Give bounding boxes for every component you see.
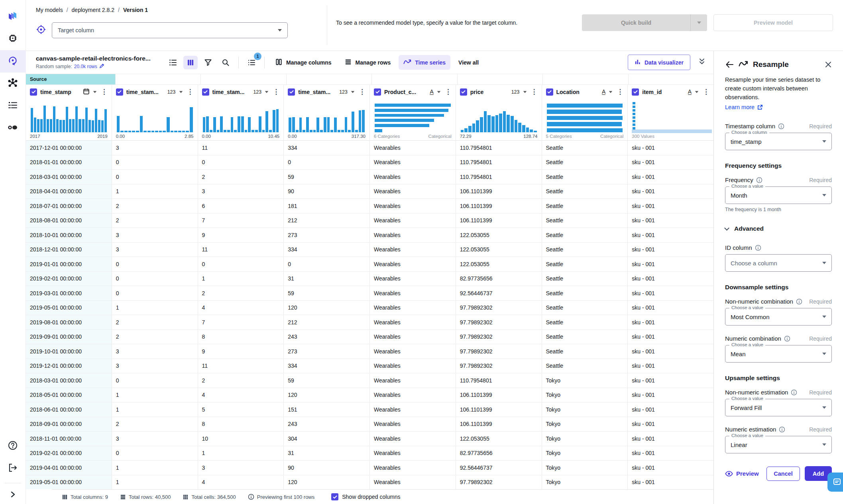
column-menu-icon[interactable]: ⋮ <box>616 88 624 95</box>
sidebar-item-automations[interactable] <box>0 73 26 95</box>
dropdown-id-column[interactable]: Choose a column <box>725 254 832 272</box>
breadcrumb-version: Version 1 <box>123 7 148 13</box>
chevron-down-icon[interactable] <box>523 91 527 93</box>
column-checkbox[interactable] <box>374 88 381 96</box>
info-icon[interactable] <box>784 335 790 342</box>
app-logo[interactable] <box>0 6 26 28</box>
info-icon[interactable] <box>791 389 797 396</box>
chat-widget-button[interactable] <box>827 473 843 492</box>
column-menu-icon[interactable]: ⋮ <box>702 88 710 95</box>
time-series-button[interactable]: Time series <box>399 55 450 70</box>
search-icon[interactable] <box>218 56 233 69</box>
info-icon[interactable] <box>778 123 784 129</box>
strip-cell <box>543 74 629 84</box>
column-checkbox[interactable] <box>632 88 639 96</box>
table-cell: Wearables <box>370 286 456 300</box>
recipe-steps-icon[interactable]: 1 <box>244 56 259 69</box>
chevron-down-icon[interactable] <box>695 91 699 93</box>
table-cell: Wearables <box>370 446 456 461</box>
column-menu-icon[interactable]: ⋮ <box>444 88 452 95</box>
column-menu-icon[interactable]: ⋮ <box>272 88 280 95</box>
column-checkbox[interactable] <box>30 88 37 96</box>
info-icon[interactable] <box>779 426 785 433</box>
column-menu-icon[interactable]: ⋮ <box>100 88 108 95</box>
sidebar-item-generative-ai[interactable] <box>0 50 26 73</box>
dropdown-numeric-combination[interactable]: Choose a valueMean <box>725 345 832 363</box>
table-cell: 2 <box>198 170 284 184</box>
target-column-select[interactable]: Target column <box>52 22 288 38</box>
sidebar-expand-button[interactable] <box>0 486 26 504</box>
dropdown-non-numeric-estimation[interactable]: Choose a valueForward Fill <box>725 399 832 416</box>
info-icon[interactable] <box>755 245 761 251</box>
manage-rows-button[interactable]: Manage rows <box>340 55 396 70</box>
back-arrow-icon[interactable] <box>725 61 734 69</box>
dropdown-frequency[interactable]: Choose a valueMonth <box>725 186 832 204</box>
data-visualizer-button[interactable]: Data visualizer <box>628 55 690 70</box>
column-header-time-stam-[interactable]: time_stam...123⋮ <box>284 85 370 99</box>
filter-icon[interactable] <box>201 56 215 69</box>
table-cell: Tokyo <box>542 431 628 446</box>
sidebar-item-signout[interactable] <box>0 457 26 480</box>
sidebar-item-visuals[interactable] <box>0 117 26 139</box>
dropdown-numeric-estimation[interactable]: Choose a valueLinear <box>725 436 832 453</box>
row-view-icon[interactable] <box>166 56 180 69</box>
show-dropped-columns-checkbox[interactable]: Show dropped columns <box>331 493 400 500</box>
close-icon[interactable] <box>825 61 832 68</box>
sidebar-item-help[interactable] <box>0 435 26 457</box>
column-checkbox[interactable] <box>116 88 123 96</box>
table-cell: Seattle <box>542 170 628 184</box>
preview-model-button[interactable]: Preview model <box>713 14 833 31</box>
table-cell: Wearables <box>370 301 456 315</box>
table-cell: sku - 001 <box>628 402 713 417</box>
chevron-down-icon[interactable] <box>265 91 269 93</box>
column-checkbox[interactable] <box>288 88 295 96</box>
breadcrumb-my-models[interactable]: My models <box>36 7 63 13</box>
cancel-button[interactable]: Cancel <box>766 467 800 481</box>
view-all-button[interactable]: View all <box>454 56 483 69</box>
learn-more-link[interactable]: Learn more <box>725 104 763 110</box>
column-header-item-id[interactable]: item_idA⋮ <box>628 85 713 99</box>
dropdown-timestamp-column[interactable]: Choose a columntime_stamp <box>725 133 832 150</box>
column-header-product-c-[interactable]: Product_c...A⋮ <box>370 85 456 99</box>
table-cell: Seattle <box>542 199 628 213</box>
breadcrumb-deployment[interactable]: deployment 2.8.2 <box>72 7 114 13</box>
dropdown-non-numeric-combination[interactable]: Choose a valueMost Common <box>725 308 832 326</box>
column-checkbox[interactable] <box>460 88 467 96</box>
table-cell: 120 <box>284 475 370 490</box>
column-menu-icon[interactable]: ⋮ <box>530 88 538 95</box>
column-menu-icon[interactable]: ⋮ <box>358 88 366 95</box>
random-sample-value-link[interactable]: 20.0k rows <box>74 64 97 69</box>
table-cell: 334 <box>284 359 370 373</box>
column-header-location[interactable]: LocationA⋮ <box>542 85 628 99</box>
quick-build-caret[interactable] <box>690 14 707 31</box>
table-cell: 0 <box>112 155 198 170</box>
column-checkbox[interactable] <box>546 88 553 96</box>
advanced-toggle[interactable]: Advanced <box>725 225 832 232</box>
column-header-time-stam-[interactable]: time_stam...123⋮ <box>112 85 198 99</box>
chevron-down-icon <box>822 140 826 143</box>
manage-columns-button[interactable]: Manage columns <box>270 55 336 70</box>
column-header-price[interactable]: price123⋮ <box>456 85 542 99</box>
info-icon[interactable] <box>756 177 762 183</box>
collapse-double-chevron-icon[interactable] <box>698 58 705 67</box>
column-header-time-stamp[interactable]: time_stamp⋮ <box>26 85 112 99</box>
chevron-down-icon[interactable] <box>609 91 613 93</box>
column-header-time-stam-[interactable]: time_stam...123⋮ <box>198 85 284 99</box>
table-cell: Wearables <box>370 388 456 402</box>
chevron-down-icon[interactable] <box>179 91 183 93</box>
column-view-icon[interactable] <box>183 56 198 69</box>
field-timestamp-column: Timestamp columnRequiredChoose a columnt… <box>725 123 832 150</box>
chevron-down-icon[interactable] <box>93 91 97 93</box>
column-distribution: 0.002.85 <box>112 99 198 140</box>
chevron-down-icon[interactable] <box>351 91 355 93</box>
column-checkbox[interactable] <box>202 88 209 96</box>
column-name: Product_c... <box>384 89 416 95</box>
sidebar-item-list[interactable] <box>0 95 26 117</box>
info-icon[interactable] <box>796 298 802 305</box>
quick-build-button[interactable]: Quick build <box>582 14 707 31</box>
edit-pencil-icon[interactable] <box>99 63 104 70</box>
preview-button[interactable]: Preview <box>725 470 759 477</box>
sidebar-item-models[interactable] <box>0 28 26 50</box>
column-menu-icon[interactable]: ⋮ <box>186 88 195 95</box>
chevron-down-icon[interactable] <box>437 91 441 93</box>
